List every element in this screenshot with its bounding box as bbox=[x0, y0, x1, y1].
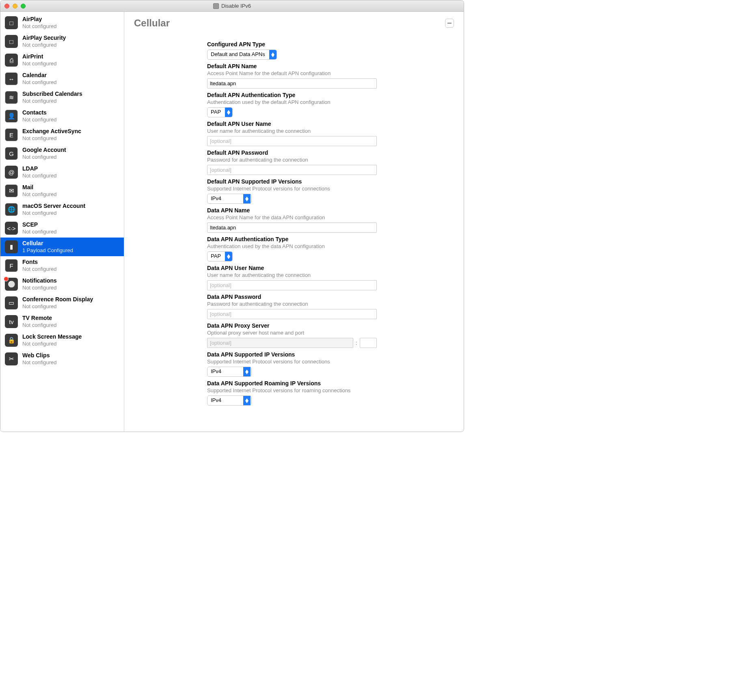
sidebar-item-conf-room[interactable]: ▭Conference Room DisplayNot configured bbox=[0, 294, 124, 312]
field-data-auth: Data APN Authentication Type Authenticat… bbox=[207, 236, 386, 261]
sidebar-item-title: Calendar bbox=[22, 72, 57, 79]
sidebar-item-lock-screen[interactable]: 🔒Lock Screen MessageNot configured bbox=[0, 331, 124, 350]
tv-remote-icon: tv bbox=[4, 315, 18, 328]
sidebar-item-title: Exchange ActiveSync bbox=[22, 128, 81, 135]
airprint-icon: ⎙ bbox=[4, 53, 18, 67]
sidebar-item-contacts[interactable]: 👤ContactsNot configured bbox=[0, 107, 124, 125]
label-data-user: Data APN User Name bbox=[207, 265, 386, 271]
sidebar-item-sub: Not configured bbox=[22, 303, 93, 310]
lock-screen-icon: 🔒 bbox=[4, 333, 18, 347]
sidebar-item-title: Conference Room Display bbox=[22, 296, 93, 303]
select-data-roam-ipver[interactable]: IPv4 bbox=[207, 395, 252, 406]
desc-data-apn-name: Access Point Name for the data APN confi… bbox=[207, 214, 386, 220]
sidebar-item-subscribed-calendars[interactable]: ≋Subscribed CalendarsNot configured bbox=[0, 88, 124, 107]
sidebar-item-title: SCEP bbox=[22, 221, 57, 229]
sidebar-item-scep[interactable]: <·>SCEPNot configured bbox=[0, 219, 124, 238]
input-default-apn-name[interactable] bbox=[207, 78, 377, 89]
sidebar-item-title: Web Clips bbox=[22, 352, 57, 359]
airplay-security-icon: □ bbox=[4, 35, 18, 48]
label-data-auth: Data APN Authentication Type bbox=[207, 236, 386, 242]
sidebar-item-airprint[interactable]: ⎙AirPrintNot configured bbox=[0, 51, 124, 69]
web-clips-icon: ✂ bbox=[4, 352, 18, 366]
field-default-auth: Default APN Authentication Type Authenti… bbox=[207, 92, 386, 117]
sidebar-item-title: Notifications bbox=[22, 277, 57, 285]
calendar-icon: ↔ bbox=[4, 72, 18, 86]
sidebar-item-title: Cellular bbox=[22, 240, 73, 247]
select-data-roam-ipver-value: IPv4 bbox=[207, 396, 243, 405]
sidebar-item-exchange[interactable]: EExchange ActiveSyncNot configured bbox=[0, 125, 124, 144]
sidebar-item-calendar[interactable]: ↔CalendarNot configured bbox=[0, 69, 124, 88]
sidebar-item-mail[interactable]: ✉︎MailNot configured bbox=[0, 181, 124, 200]
notifications-icon: ⚪ bbox=[4, 277, 18, 291]
select-data-ipver[interactable]: IPv4 bbox=[207, 367, 252, 377]
label-default-ipver: Default APN Supported IP Versions bbox=[207, 178, 386, 185]
mail-icon: ✉︎ bbox=[4, 184, 18, 198]
sidebar-item-notifications[interactable]: ⚪NotificationsNot configured bbox=[0, 275, 124, 294]
sidebar-item-sub: Not configured bbox=[22, 229, 57, 235]
sidebar-item-cellular[interactable]: ▮Cellular1 Payload Configured bbox=[0, 238, 124, 256]
sidebar-item-tv-remote[interactable]: tvTV RemoteNot configured bbox=[0, 312, 124, 331]
label-data-roam-ipver: Data APN Supported Roaming IP Versions bbox=[207, 380, 386, 387]
input-data-apn-name[interactable] bbox=[207, 223, 377, 233]
detail-pane: Cellular Configured APN Type Default and… bbox=[124, 12, 464, 432]
sidebar-item-title: Lock Screen Message bbox=[22, 333, 82, 341]
sidebar-item-airplay[interactable]: □AirPlayNot configured bbox=[0, 13, 124, 32]
label-data-pass: Data APN Password bbox=[207, 294, 386, 300]
chevron-updown-icon bbox=[243, 367, 251, 376]
label-default-auth: Default APN Authentication Type bbox=[207, 92, 386, 98]
sidebar-item-sub: Not configured bbox=[22, 341, 82, 347]
desc-data-user: User name for authenticating the connect… bbox=[207, 272, 386, 278]
document-icon bbox=[213, 3, 219, 9]
select-apn-type[interactable]: Default and Data APNs bbox=[207, 50, 277, 60]
select-default-auth[interactable]: PAP bbox=[207, 107, 233, 117]
sidebar-item-web-clips[interactable]: ✂Web ClipsNot configured bbox=[0, 350, 124, 368]
sidebar-item-sub: Not configured bbox=[22, 135, 81, 142]
sidebar-item-macos-server[interactable]: 🌐macOS Server AccountNot configured bbox=[0, 200, 124, 219]
input-data-proxy-host[interactable] bbox=[207, 338, 353, 348]
desc-data-ipver: Supported Internet Protocol versions for… bbox=[207, 359, 386, 365]
select-default-ipver[interactable]: IPv4 bbox=[207, 194, 252, 204]
sidebar-item-sub: Not configured bbox=[22, 98, 82, 104]
field-data-roam-ipver: Data APN Supported Roaming IP Versions S… bbox=[207, 380, 386, 406]
field-data-proxy: Data APN Proxy Server Optional proxy ser… bbox=[207, 322, 386, 348]
chevron-updown-icon bbox=[269, 50, 277, 59]
page-title: Cellular bbox=[134, 17, 170, 29]
cellular-icon: ▮ bbox=[4, 240, 18, 254]
sidebar-item-sub: Not configured bbox=[22, 266, 57, 272]
input-default-user[interactable] bbox=[207, 136, 377, 146]
sidebar-item-title: AirPlay bbox=[22, 16, 57, 23]
fonts-icon: F bbox=[4, 259, 18, 272]
cellular-form: Configured APN Type Default and Data APN… bbox=[207, 41, 386, 406]
field-apn-type: Configured APN Type Default and Data APN… bbox=[207, 41, 386, 60]
sidebar-item-sub: Not configured bbox=[22, 79, 57, 86]
sidebar-item-airplay-security[interactable]: □AirPlay SecurityNot configured bbox=[0, 32, 124, 51]
sidebar-item-google[interactable]: GGoogle AccountNot configured bbox=[0, 144, 124, 163]
desc-default-ipver: Supported Internet Protocol versions for… bbox=[207, 186, 386, 192]
input-data-user[interactable] bbox=[207, 280, 377, 290]
select-data-auth-value: PAP bbox=[207, 252, 225, 261]
input-data-proxy-port[interactable] bbox=[360, 338, 377, 348]
remove-payload-button[interactable] bbox=[445, 19, 454, 28]
sidebar-item-title: Subscribed Calendars bbox=[22, 91, 82, 98]
desc-data-pass: Password for authenticating the connecti… bbox=[207, 301, 386, 307]
field-data-user: Data APN User Name User name for authent… bbox=[207, 265, 386, 290]
field-default-ipver: Default APN Supported IP Versions Suppor… bbox=[207, 178, 386, 204]
sidebar-item-fonts[interactable]: FFontsNot configured bbox=[0, 256, 124, 275]
sidebar-item-sub: Not configured bbox=[22, 359, 57, 366]
sidebar-item-title: AirPlay Security bbox=[22, 35, 66, 42]
input-default-pass[interactable] bbox=[207, 165, 377, 175]
input-data-pass[interactable] bbox=[207, 309, 377, 319]
field-default-pass: Default APN Password Password for authen… bbox=[207, 149, 386, 175]
sidebar-item-ldap[interactable]: @LDAPNot configured bbox=[0, 163, 124, 181]
label-default-apn-name: Default APN Name bbox=[207, 63, 386, 69]
conf-room-icon: ▭ bbox=[4, 296, 18, 310]
scep-icon: <·> bbox=[4, 221, 18, 235]
select-data-auth[interactable]: PAP bbox=[207, 251, 233, 261]
google-icon: G bbox=[4, 147, 18, 160]
field-data-ipver: Data APN Supported IP Versions Supported… bbox=[207, 351, 386, 377]
payload-sidebar[interactable]: □AirPlayNot configured□AirPlay SecurityN… bbox=[0, 12, 124, 432]
sidebar-item-sub: Not configured bbox=[22, 23, 57, 30]
airplay-icon: □ bbox=[4, 16, 18, 30]
sidebar-item-sub: Not configured bbox=[22, 210, 85, 216]
label-data-proxy: Data APN Proxy Server bbox=[207, 322, 386, 329]
